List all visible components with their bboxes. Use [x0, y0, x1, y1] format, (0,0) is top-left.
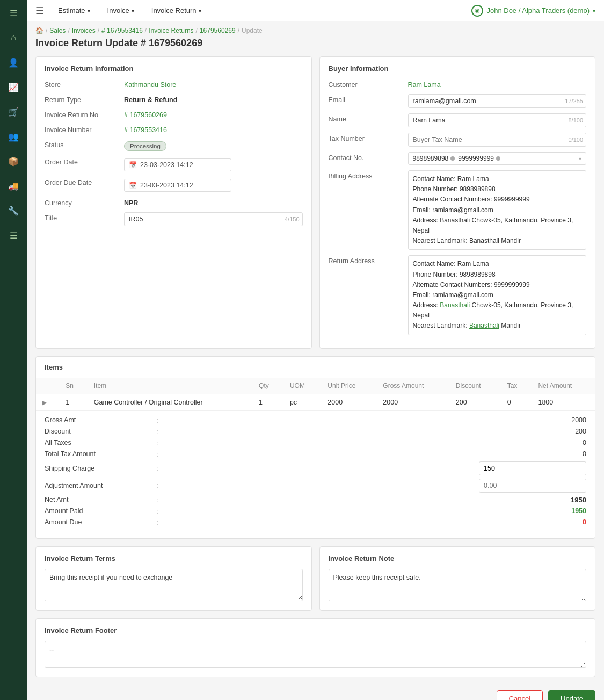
topnav-invoice-return[interactable]: Invoice Return	[148, 4, 205, 17]
order-due-date-label: Order Due Date	[45, 177, 120, 186]
invoice-number-value[interactable]: # 1679553416	[124, 124, 303, 134]
shipping-label: Shipping Charge	[45, 465, 152, 472]
amount-paid-label: Amount Paid	[45, 507, 152, 515]
return-contact-name: Contact Name: Ram Lama	[413, 259, 582, 269]
topnav-user-arrow	[593, 6, 595, 15]
gross-amt-row: Gross Amt : 2000	[45, 416, 586, 424]
contact-tag-1: 9898989898	[413, 155, 455, 162]
breadcrumb-invoice-returns[interactable]: Invoice Returns	[149, 27, 193, 34]
main-area: ☰ Estimate Invoice Invoice Return ◉ John…	[27, 0, 604, 700]
invoice-return-no-value[interactable]: # 1679560269	[124, 109, 303, 119]
footer-textarea[interactable]: --	[45, 641, 586, 668]
store-row: Store Kathmandu Store	[45, 79, 303, 89]
order-date-value: 📅 23-03-2023 14:12	[124, 156, 303, 171]
currency-label: Currency	[45, 197, 120, 207]
name-input-wrap: 8/100	[408, 113, 587, 127]
sidebar-tools-icon[interactable]: 🔧	[6, 203, 21, 218]
name-input[interactable]	[408, 113, 587, 127]
net-amt-label: Net Amt	[45, 496, 152, 503]
billing-address-row: Billing Address Contact Name: Ram Lama P…	[329, 170, 587, 250]
topnav-user-avatar: ◉	[471, 5, 483, 17]
row-uom: pc	[283, 394, 321, 410]
update-button[interactable]: Update	[548, 690, 595, 700]
sidebar: ☰ ⌂ 👤 📈 🛒 👥 📦 🚚 🔧 ☰	[0, 0, 27, 700]
tax-number-count: 0/100	[568, 136, 583, 143]
return-address-wrap: Contact Name: Ram Lama Phone Number: 989…	[408, 255, 587, 335]
return-address: Address: Banasthali Chowk-05, Kathmandu,…	[413, 300, 582, 321]
order-due-date-value: 📅 23-03-2023 14:12	[124, 177, 303, 192]
billing-address-value: Contact Name: Ram Lama Phone Number: 989…	[408, 170, 587, 250]
sidebar-cart-icon[interactable]: 🛒	[6, 104, 21, 119]
sidebar-home-icon[interactable]: ⌂	[6, 30, 21, 45]
email-input-wrap: 17/255	[408, 94, 587, 108]
row-sn: 1	[59, 394, 87, 410]
items-table-header: Sn Item Qty UOM Unit Price Gross Amount …	[36, 378, 595, 394]
return-landmark-link: Banasthali	[469, 322, 499, 329]
note-card: Invoice Return Note Please keep this rec…	[319, 546, 596, 611]
customer-value[interactable]: Ram Lama	[408, 79, 587, 89]
topnav-invoice-return-arrow	[199, 6, 201, 15]
return-phone: Phone Number: 9898989898	[413, 270, 582, 280]
gross-amt-label: Gross Amt	[45, 416, 152, 424]
sidebar-box-icon[interactable]: 📦	[6, 154, 21, 169]
total-tax-row: Total Tax Amount : 0	[45, 450, 586, 458]
terms-note-columns: Invoice Return Terms Bring this receipt …	[35, 546, 595, 611]
breadcrumb-invoices[interactable]: Invoices	[72, 27, 96, 34]
sidebar-menu-icon[interactable]: ☰	[6, 5, 21, 20]
status-label: Status	[45, 139, 120, 149]
terms-textarea[interactable]: Bring this receipt if you need to exchan…	[45, 569, 303, 601]
order-date-input[interactable]: 📅 23-03-2023 14:12	[124, 158, 231, 171]
amount-paid-value: 1950	[171, 507, 586, 515]
topnav-user-name: John Doe / Alpha Traders (demo)	[486, 6, 590, 15]
all-taxes-row: All Taxes : 0	[45, 439, 586, 447]
invoice-return-info-card: Invoice Return Information Store Kathman…	[35, 56, 312, 349]
topnav-menu-icon[interactable]: ☰	[35, 5, 44, 17]
cancel-button[interactable]: Cancel	[497, 690, 543, 700]
row-net-amount: 1800	[532, 394, 595, 410]
email-input[interactable]	[408, 94, 587, 108]
store-value[interactable]: Kathmandu Store	[124, 79, 303, 89]
note-textarea[interactable]: Please keep this receipt safe.	[329, 569, 587, 601]
store-label: Store	[45, 79, 120, 89]
discount-colon: :	[156, 428, 167, 436]
return-email: Email: ramlama@gmail.com	[413, 290, 582, 300]
breadcrumb-home[interactable]: 🏠	[35, 27, 43, 34]
col-item: Item	[88, 378, 252, 394]
tax-number-input[interactable]	[408, 133, 587, 147]
contact-tags[interactable]: 9898989898 9999999999	[408, 152, 587, 165]
order-date-label: Order Date	[45, 156, 120, 166]
row-discount: 200	[449, 394, 501, 410]
breadcrumb-sales[interactable]: Sales	[49, 27, 66, 34]
breadcrumb-return-id[interactable]: 1679560269	[200, 27, 236, 34]
sidebar-delivery-icon[interactable]: 🚚	[6, 178, 21, 193]
return-address-link1: Banasthali	[440, 301, 470, 309]
sidebar-user-icon[interactable]: 👤	[6, 55, 21, 70]
sidebar-list-icon[interactable]: ☰	[6, 228, 21, 243]
all-taxes-value: 0	[171, 439, 586, 446]
billing-address-wrap: Contact Name: Ram Lama Phone Number: 989…	[408, 170, 587, 250]
contact-dot-2	[496, 156, 500, 161]
discount-label: Discount	[45, 428, 152, 435]
contact-tag-2-value: 9999999999	[458, 155, 494, 162]
sidebar-chart-icon[interactable]: 📈	[6, 80, 21, 95]
col-tax: Tax	[501, 378, 532, 394]
title-row: Title 4/150	[45, 212, 303, 226]
topnav-invoice[interactable]: Invoice	[104, 4, 137, 17]
topnav-user[interactable]: ◉ John Doe / Alpha Traders (demo)	[471, 5, 595, 17]
breadcrumb-current: Update	[242, 27, 263, 34]
topnav-estimate-label: Estimate	[58, 6, 85, 15]
col-qty: Qty	[252, 378, 283, 394]
amount-due-value: 0	[171, 518, 586, 526]
order-due-date-input[interactable]: 📅 23-03-2023 14:12	[124, 179, 231, 192]
breadcrumb-invoice-no[interactable]: # 1679553416	[101, 27, 143, 34]
return-type-value: Return & Refund	[124, 94, 303, 104]
totals-section: Gross Amt : 2000 Discount : 200 All Taxe…	[36, 411, 595, 538]
topnav-estimate[interactable]: Estimate	[55, 4, 93, 17]
title-input[interactable]	[124, 212, 303, 226]
sidebar-contacts-icon[interactable]: 👥	[6, 129, 21, 144]
breadcrumb: 🏠 / Sales / Invoices / # 1679553416 / In…	[35, 21, 595, 38]
row-expand-icon[interactable]: ▶	[36, 394, 59, 410]
topnav-estimate-arrow	[88, 6, 90, 15]
shipping-input[interactable]	[479, 461, 586, 475]
adjustment-input[interactable]	[479, 479, 586, 493]
